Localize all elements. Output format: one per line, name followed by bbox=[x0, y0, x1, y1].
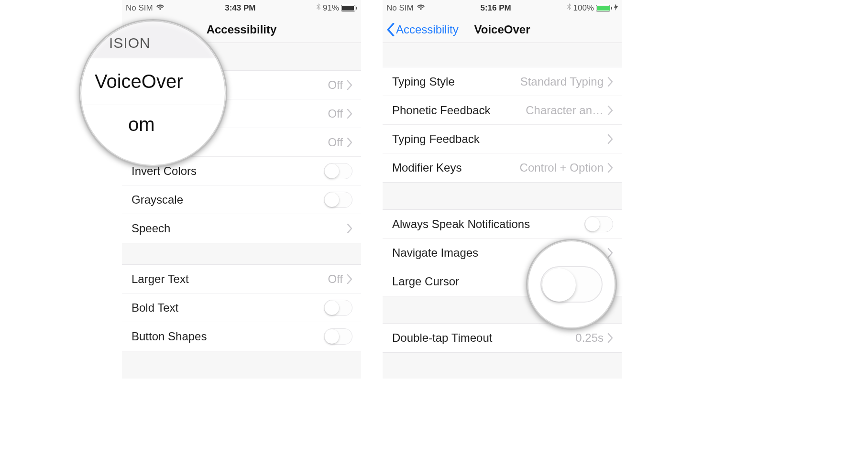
battery-icon bbox=[596, 5, 612, 11]
row-button-shapes[interactable]: Button Shapes bbox=[122, 322, 361, 351]
row-label: Double-tap Timeout bbox=[392, 331, 575, 345]
row-value: Off bbox=[328, 272, 343, 286]
toggle-grayscale[interactable] bbox=[324, 192, 352, 208]
toggle-always-speak-notifications[interactable] bbox=[584, 216, 613, 232]
back-label: Accessibility bbox=[396, 23, 459, 36]
row-bold-text[interactable]: Bold Text bbox=[122, 293, 361, 322]
row-label: Phonetic Feedback bbox=[392, 104, 526, 117]
chevron-right-icon bbox=[607, 106, 613, 115]
chevron-right-icon bbox=[607, 134, 613, 144]
row-label: Grayscale bbox=[132, 193, 324, 206]
row-always-speak-notifications[interactable]: Always Speak Notifications bbox=[383, 210, 622, 239]
lens-bottom-fragment: om bbox=[80, 105, 226, 135]
row-label: Always Speak Notifications bbox=[392, 217, 584, 231]
row-double-tap-timeout[interactable]: Double-tap Timeout 0.25s bbox=[383, 324, 622, 352]
list-text: Larger Text Off Bold Text Button Shapes bbox=[122, 264, 361, 351]
bluetooth-icon bbox=[316, 3, 321, 13]
row-larger-text[interactable]: Larger Text Off bbox=[122, 265, 361, 293]
battery-fill bbox=[597, 6, 610, 11]
charging-icon bbox=[614, 3, 618, 13]
list-timeout: Double-tap Timeout 0.25s bbox=[383, 323, 622, 353]
battery-icon bbox=[341, 5, 357, 11]
back-button[interactable]: Accessibility bbox=[383, 23, 459, 36]
carrier-label: No SIM bbox=[386, 3, 414, 13]
lens-row-voiceover: VoiceOver bbox=[80, 58, 226, 105]
section-spacer bbox=[383, 183, 622, 209]
row-label: Typing Style bbox=[392, 75, 520, 88]
chevron-right-icon bbox=[347, 138, 352, 147]
chevron-right-icon bbox=[347, 80, 352, 90]
row-label: Typing Feedback bbox=[392, 132, 607, 146]
section-spacer bbox=[122, 243, 361, 264]
toggle-button-shapes[interactable] bbox=[324, 328, 352, 345]
chevron-left-icon bbox=[386, 23, 395, 36]
wifi-icon bbox=[417, 3, 425, 13]
row-value: 0.25s bbox=[575, 331, 604, 345]
row-value: Off bbox=[328, 136, 343, 149]
lens-toggle-large-cursor bbox=[540, 266, 603, 303]
row-speech[interactable]: Speech bbox=[122, 214, 361, 243]
battery-percent: 100% bbox=[573, 3, 594, 13]
chevron-right-icon bbox=[607, 163, 613, 173]
row-typing-style[interactable]: Typing Style Standard Typing bbox=[383, 67, 622, 96]
wifi-icon bbox=[156, 3, 165, 13]
chevron-right-icon bbox=[347, 109, 352, 119]
battery-fill bbox=[342, 6, 354, 11]
row-phonetic-feedback[interactable]: Phonetic Feedback Character an… bbox=[383, 96, 622, 125]
row-label: Larger Text bbox=[132, 272, 328, 286]
magnifier-lens-large-cursor-toggle bbox=[526, 239, 617, 330]
chevron-right-icon bbox=[607, 333, 613, 343]
status-time: 5:16 PM bbox=[480, 3, 511, 13]
row-label: Speech bbox=[132, 222, 347, 235]
battery-percent: 91% bbox=[323, 3, 339, 13]
row-label: Modifier Keys bbox=[392, 161, 520, 174]
row-value: Character an… bbox=[526, 104, 604, 117]
chevron-right-icon bbox=[347, 224, 352, 233]
row-value: Standard Typing bbox=[520, 75, 604, 88]
magnifier-lens-voiceover: ISION VoiceOver om bbox=[79, 19, 227, 167]
status-bar: No SIM 3:43 PM 91% bbox=[122, 0, 361, 16]
row-value: Off bbox=[328, 107, 343, 120]
nav-bar: Accessibility VoiceOver bbox=[383, 16, 622, 43]
row-typing-feedback[interactable]: Typing Feedback bbox=[383, 125, 622, 153]
row-value: Off bbox=[328, 78, 343, 92]
row-grayscale[interactable]: Grayscale bbox=[122, 185, 361, 214]
toggle-bold-text[interactable] bbox=[324, 300, 352, 316]
row-label: Button Shapes bbox=[132, 330, 324, 343]
row-label: Bold Text bbox=[132, 301, 324, 315]
section-spacer bbox=[383, 43, 622, 67]
carrier-label: No SIM bbox=[126, 3, 153, 13]
row-modifier-keys[interactable]: Modifier Keys Control + Option bbox=[383, 153, 622, 182]
toggle-invert-colors[interactable] bbox=[324, 163, 352, 179]
list-typing: Typing Style Standard Typing Phonetic Fe… bbox=[383, 67, 622, 183]
chevron-right-icon bbox=[607, 77, 613, 87]
chevron-right-icon bbox=[347, 274, 352, 284]
status-bar: No SIM 5:16 PM 100% bbox=[383, 0, 622, 16]
status-time: 3:43 PM bbox=[225, 3, 255, 13]
row-value: Control + Option bbox=[520, 161, 604, 174]
bluetooth-icon bbox=[567, 3, 571, 13]
chevron-right-icon bbox=[607, 248, 613, 258]
